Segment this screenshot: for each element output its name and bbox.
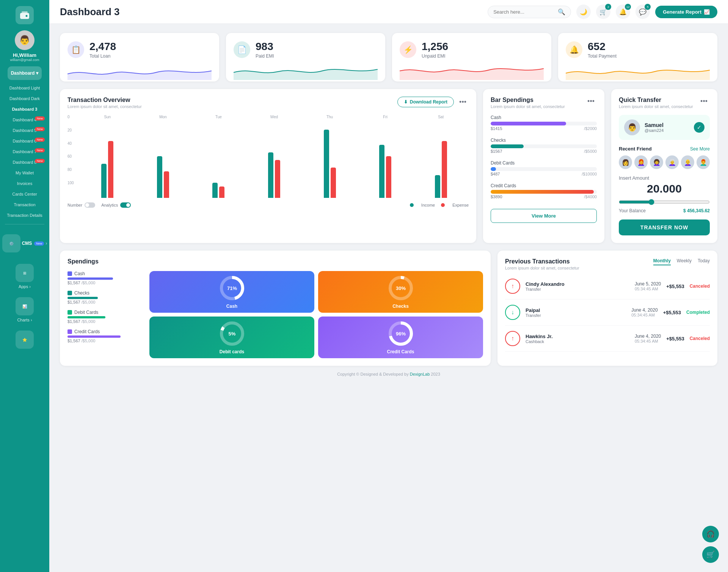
charts-icon-btn[interactable]: 📊 xyxy=(16,297,34,315)
footer-brand-link[interactable]: DexignLab xyxy=(410,372,431,376)
sidebar-item-my-wallet[interactable]: My Wallet xyxy=(0,168,49,178)
analytics-toggle[interactable]: Analytics xyxy=(101,202,131,208)
transfer-now-button[interactable]: TRANSFER NOW xyxy=(619,219,710,235)
sidebar-logo[interactable] xyxy=(16,6,34,24)
friend-avatar-2[interactable]: 👩‍🦰 xyxy=(634,155,648,169)
friend-avatar-4[interactable]: 👩‍🦳 xyxy=(665,155,679,169)
sidebar-item-transaction[interactable]: Transaction xyxy=(0,200,49,210)
friend-avatar-5[interactable]: 👩‍🦲 xyxy=(681,155,694,169)
spending-bar-debit: Debit Cards $487/$10000 xyxy=(491,160,597,176)
footer-year: 2023 xyxy=(431,372,440,376)
income-label: Income xyxy=(421,203,435,207)
balance-row: Your Balance $ 456,345.62 xyxy=(619,208,710,213)
see-more-link[interactable]: See More xyxy=(690,146,710,152)
apps-icon-btn[interactable]: ⊞ xyxy=(16,264,34,282)
trans-status-3: Canceled xyxy=(690,336,710,341)
bell-btn[interactable]: 🔔 12 xyxy=(616,5,630,19)
chart-legend: Number Analytics Income Expense xyxy=(67,202,469,208)
quick-transfer-more-btn[interactable]: ••• xyxy=(698,97,710,106)
spending-checks-track xyxy=(491,144,597,148)
header: Dashboard 3 🔍 🌙 🛒 2 🔔 12 💬 5 Gen xyxy=(49,0,728,24)
total-payment-value: 652 xyxy=(588,41,617,53)
tab-monthly[interactable]: Monthly xyxy=(653,258,671,265)
donut-checks: 30% Checks xyxy=(318,271,483,313)
amount-slider[interactable] xyxy=(619,199,710,205)
friend-avatar-1[interactable]: 👩 xyxy=(619,155,632,169)
view-more-button[interactable]: View More xyxy=(491,209,597,223)
search-box[interactable]: 🔍 xyxy=(488,6,571,18)
message-btn[interactable]: 💬 5 xyxy=(635,5,650,19)
trans-name-3: Hawkins Jr. xyxy=(526,334,553,339)
download-report-button[interactable]: ⬇ Download Report xyxy=(397,97,454,107)
sidebar-section-apps[interactable]: ⊞ Apps › xyxy=(0,259,49,292)
moon-toggle-btn[interactable]: 🌙 xyxy=(576,5,591,19)
total-payment-icon: 🔔 xyxy=(566,41,582,58)
spending-credit-fill xyxy=(491,190,594,194)
bar-fri-teal xyxy=(379,145,384,198)
message-icon: 💬 xyxy=(639,8,646,16)
friend-avatar-6[interactable]: 👨‍🦰 xyxy=(697,155,710,169)
cart-btn[interactable]: 🛒 2 xyxy=(596,5,610,19)
sidebar-section-cms[interactable]: ⚙️ CMS New › xyxy=(0,228,49,259)
bar-spendings-more-btn[interactable]: ••• xyxy=(585,97,597,106)
spending-list-debit-label: Debit Cards xyxy=(67,310,143,315)
search-input[interactable] xyxy=(493,9,555,15)
sidebar-item-cards-center[interactable]: Cards Center xyxy=(0,189,49,199)
qt-user-card: 👨 Samuel @sam224 ✓ xyxy=(619,115,710,140)
trans-amount-2: +$5,553 xyxy=(663,310,681,315)
spending-list-cash-values: $1,567 /$5,000 xyxy=(67,281,143,285)
download-report-label: Download Report xyxy=(410,99,447,105)
trans-time-2: 05:34:45 AM xyxy=(631,313,657,317)
sidebar-item-dashboard-3[interactable]: Dashboard 3 xyxy=(0,104,49,114)
total-loan-wave xyxy=(67,62,212,80)
bar-group-thu xyxy=(302,122,358,198)
message-badge: 5 xyxy=(645,4,651,10)
donut-debit-svg: 5% xyxy=(219,320,245,347)
sidebar-item-dashboard-4[interactable]: Dashboard 4 New xyxy=(0,115,49,125)
expense-label: Expense xyxy=(452,203,469,207)
trans-date-3: June 4, 2020 xyxy=(635,334,661,339)
analytics-toggle-switch[interactable] xyxy=(120,202,131,208)
number-toggle-switch[interactable] xyxy=(85,202,95,208)
balance-label: Your Balance xyxy=(619,208,646,213)
sidebar-item-dashboard-light[interactable]: Dashboard Light xyxy=(0,83,49,93)
number-toggle[interactable]: Number xyxy=(67,202,95,208)
paid-emi-label: Paid EMI xyxy=(256,53,274,59)
expense-dot xyxy=(441,203,445,207)
paid-emi-value: 983 xyxy=(256,41,274,53)
generate-report-button[interactable]: Generate Report 📈 xyxy=(655,6,717,18)
trans-type-3: Cashback xyxy=(526,339,553,344)
transaction-overview-more-btn[interactable]: ••• xyxy=(457,97,469,107)
spending-credit-values: $3890/$4000 xyxy=(491,194,597,199)
sidebar-section-favorites[interactable]: ⭐ xyxy=(0,326,49,353)
friend-avatar-3[interactable]: 👩‍🦱 xyxy=(650,155,663,169)
sidebar-item-dashboard-7[interactable]: Dashboard 7 New xyxy=(0,147,49,157)
sidebar-item-dashboard-8[interactable]: Dashboard 8 New xyxy=(0,157,49,167)
spending-list-checks-values: $1,567 /$5,000 xyxy=(67,300,143,304)
spending-list-credit-label: Credit Cards xyxy=(67,329,143,334)
donut-cash: 71% Cash xyxy=(149,271,314,313)
cms-icon-btn[interactable]: ⚙️ xyxy=(2,234,20,252)
bell-badge: 12 xyxy=(625,4,631,10)
search-icon: 🔍 xyxy=(558,8,565,16)
float-support-btn[interactable]: 🎧 xyxy=(702,526,719,542)
spending-list-credit: Credit Cards $1,567 /$5,000 xyxy=(67,329,143,343)
sidebar-item-invoices[interactable]: Invoices xyxy=(0,179,49,188)
svg-text:5%: 5% xyxy=(228,331,235,337)
sidebar-section-charts[interactable]: 📊 Charts › xyxy=(0,293,49,325)
float-buttons: 🎧 🛒 xyxy=(702,526,719,563)
sidebar-item-transaction-details[interactable]: Transaction Details xyxy=(0,210,49,220)
donut-credit: 96% Credit Cards xyxy=(318,317,483,358)
sidebar-item-dashboard-dark[interactable]: Dashboard Dark xyxy=(0,94,49,103)
bar-spendings-title: Bar Spendings xyxy=(491,97,565,103)
favorites-icon-btn[interactable]: ⭐ xyxy=(16,331,34,349)
sidebar-item-dashboard-5[interactable]: Dashboard 5 New xyxy=(0,125,49,135)
spending-checks-label: Checks xyxy=(491,138,597,143)
sidebar-item-dashboard-6[interactable]: Dashboard 6 New xyxy=(0,136,49,146)
qt-check-icon: ✓ xyxy=(694,122,704,133)
float-cart-btn[interactable]: 🛒 xyxy=(702,546,719,563)
tab-today[interactable]: Today xyxy=(698,258,710,265)
tab-weekly[interactable]: Weekly xyxy=(677,258,692,265)
spending-cash-label: Cash xyxy=(491,115,597,120)
dashboard-dropdown-btn[interactable]: Dashboard ▾ xyxy=(8,66,42,80)
